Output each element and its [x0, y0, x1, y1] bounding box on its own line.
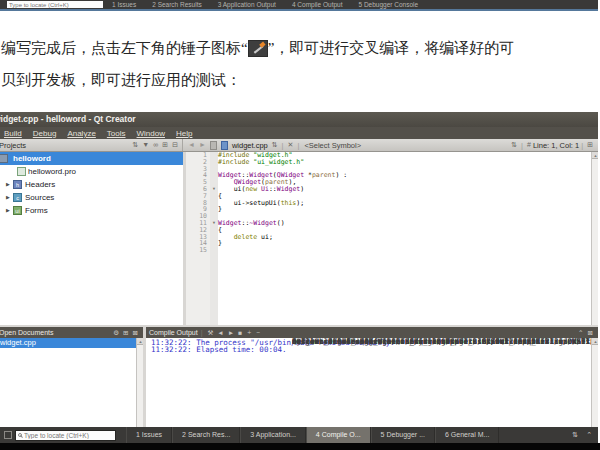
- compile-output-text[interactable]: sysroot=/work/nfs/forlinx/OK5718-SDK-V1.…: [146, 338, 591, 427]
- hash-icon[interactable]: #: [527, 139, 531, 151]
- fold-marker-icon[interactable]: [210, 179, 218, 186]
- top-strip-tab[interactable]: 4 Compile Output: [292, 1, 343, 8]
- output-pane-tab[interactable]: 4 Compile O...: [306, 427, 371, 443]
- fold-marker-icon[interactable]: ▼: [210, 186, 218, 193]
- scroll-up-icon[interactable]: ▲: [592, 338, 598, 345]
- maximize-pane-icon[interactable]: ⌃: [578, 329, 583, 337]
- code-line: 11▼Widget::~Widget(): [186, 220, 591, 227]
- scroll-up-icon[interactable]: ▲: [592, 152, 598, 159]
- fold-marker-icon[interactable]: [210, 227, 218, 234]
- fold-marker-icon[interactable]: [210, 234, 218, 241]
- fold-marker-icon[interactable]: [210, 206, 218, 213]
- status-bar: 1 Issues2 Search Res...3 Application...4…: [0, 427, 598, 443]
- code-line: 2#include "ui_widget.h": [186, 159, 591, 166]
- code-line: 9}: [186, 206, 591, 213]
- open-document-item[interactable]: widget.cpp: [0, 338, 136, 348]
- document-history-icon[interactable]: [210, 141, 217, 150]
- previous-item-icon[interactable]: ◄: [217, 329, 223, 336]
- symbol-selector[interactable]: <Select Symbol>: [304, 141, 361, 150]
- forward-icon[interactable]: ►: [199, 139, 206, 151]
- menu-debug[interactable]: Debug: [33, 129, 57, 138]
- expand-panes-icon[interactable]: ⌃: [586, 431, 592, 439]
- menu-build[interactable]: Build: [4, 129, 22, 138]
- fold-marker-icon[interactable]: [210, 240, 218, 247]
- expander-icon[interactable]: ▶: [6, 204, 10, 217]
- symbol-combo-arrow-icon[interactable]: ⇅: [511, 139, 517, 151]
- menu-window[interactable]: Window: [137, 129, 165, 138]
- close-sidebar-icon[interactable]: ⊟: [172, 139, 178, 151]
- menu-tools[interactable]: Tools: [107, 129, 126, 138]
- fold-marker-icon[interactable]: [210, 152, 218, 159]
- fold-marker-icon[interactable]: [210, 213, 218, 220]
- output-pane-tab[interactable]: 2 Search Res...: [172, 427, 240, 443]
- menu-analyze[interactable]: Analyze: [67, 129, 95, 138]
- file-combo-arrow-icon[interactable]: ⇅: [272, 139, 278, 151]
- tree-item[interactable]: ▶hHeaders: [0, 178, 183, 191]
- link-icon[interactable]: ∞: [153, 139, 158, 151]
- tree-item[interactable]: helloword.pro: [0, 165, 183, 178]
- output-pane-tab[interactable]: 3 Application...: [240, 427, 306, 443]
- fold-marker-icon[interactable]: ▼: [210, 220, 218, 227]
- top-strip-tab[interactable]: 2 Search Results: [152, 1, 202, 8]
- window-title: widget.cpp - helloword - Qt Creator: [0, 112, 136, 127]
- projects-tree[interactable]: hellowordhelloword.pro▶hHeaders▶cSources…: [0, 152, 183, 325]
- menu-help[interactable]: Help: [176, 129, 192, 138]
- main-area: hellowordhelloword.pro▶hHeaders▶cSources…: [0, 152, 598, 325]
- top-strip-tab[interactable]: 1 Issues: [112, 1, 136, 8]
- close-document-icon[interactable]: ✕: [288, 139, 294, 151]
- output-pane-tab[interactable]: 1 Issues: [126, 427, 172, 443]
- gear-icon[interactable]: ⚙: [113, 329, 119, 337]
- pane-switcher-icon[interactable]: ⇅: [572, 431, 578, 439]
- fold-marker-icon[interactable]: [210, 193, 218, 200]
- split-icon[interactable]: ⊞: [162, 139, 168, 151]
- code-text: #include "ui_widget.h": [218, 159, 304, 166]
- background-window-statusbar: 1 Issues2 Search Results3 Application Ou…: [0, 0, 598, 9]
- c-icon: c: [13, 193, 22, 202]
- tree-item[interactable]: ▶cSources: [0, 191, 183, 204]
- compile-output-scrollbar[interactable]: ▲ ▼: [591, 338, 598, 427]
- build-icon[interactable]: ⚒: [207, 329, 213, 337]
- split-panel-icon[interactable]: ⊞: [123, 329, 128, 337]
- doc-text-post: ”，即可进行交叉编译，将编译好的可: [268, 40, 515, 56]
- stop-icon[interactable]: ■: [238, 329, 242, 336]
- code-text: }: [218, 206, 222, 213]
- open-file-tab[interactable]: widget.cpp: [232, 141, 268, 150]
- qt-creator-window: widget.cpp - helloword - Qt Creator Buil…: [0, 112, 598, 443]
- close-panel-icon[interactable]: ⊠: [133, 329, 138, 337]
- editor-scrollbar[interactable]: ▲: [591, 152, 598, 325]
- document-area: 编写完成后，点击左下角的锤子图标“ ”，即可进行交叉编译，将编译好的可 贝到开发…: [0, 11, 600, 112]
- back-icon[interactable]: ◄: [188, 139, 195, 151]
- top-strip-tab[interactable]: 3 Application Output: [218, 1, 276, 8]
- output-pane-tab[interactable]: 6 General M...: [435, 427, 499, 443]
- title-bar[interactable]: widget.cpp - helloword - Qt Creator: [0, 112, 598, 127]
- split-editor-icon[interactable]: ⊞: [587, 139, 593, 151]
- zoom-in-icon[interactable]: ＋: [246, 328, 253, 337]
- code-text: ui->setupUi(this);: [218, 200, 304, 207]
- code-line: 8 ui->setupUi(this);: [186, 200, 591, 207]
- cpp-file-icon: [221, 141, 228, 150]
- tree-item-label: helloword.pro: [28, 165, 76, 178]
- code-editor[interactable]: 1#include "widget.h"2#include "ui_widget…: [186, 152, 591, 325]
- fold-marker-icon[interactable]: [210, 200, 218, 207]
- locator-input[interactable]: [24, 432, 110, 439]
- code-text: ui(new Ui::Widget): [218, 186, 304, 193]
- next-item-icon[interactable]: ►: [228, 329, 234, 336]
- close-pane-icon[interactable]: ⊠: [588, 329, 593, 337]
- fold-marker-icon[interactable]: [210, 172, 218, 179]
- expander-icon[interactable]: ▶: [6, 178, 10, 191]
- output-pane-tab[interactable]: 5 Debugger ...: [371, 427, 435, 443]
- zoom-out-icon[interactable]: −: [257, 329, 261, 336]
- fold-marker-icon[interactable]: [210, 247, 218, 254]
- expander-icon[interactable]: ▶: [6, 191, 10, 204]
- filter-icon[interactable]: ▼: [142, 139, 149, 151]
- locator-input-background[interactable]: [7, 1, 103, 8]
- fold-marker-icon[interactable]: [210, 159, 218, 166]
- open-documents-scrollbar[interactable]: ▲ ▼: [136, 338, 143, 427]
- cursor-position-label: Line: 1, Col: 1: [533, 141, 579, 150]
- sync-icon[interactable]: ⇅: [132, 139, 138, 151]
- tree-item[interactable]: ▶uiForms: [0, 204, 183, 217]
- locator-field[interactable]: [15, 430, 116, 441]
- top-strip-tab[interactable]: 5 Debugger Console: [359, 1, 419, 8]
- fold-marker-icon[interactable]: [210, 166, 218, 173]
- tree-item[interactable]: helloword: [0, 152, 183, 165]
